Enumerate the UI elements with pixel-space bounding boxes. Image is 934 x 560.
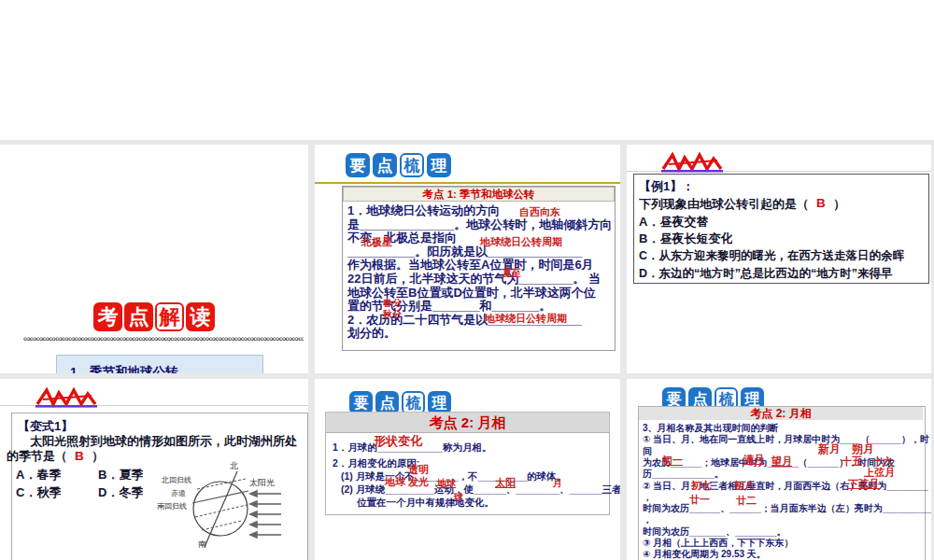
handwritten-answer: 廿二 [736, 496, 757, 506]
option-a: A．昼夜交替 [639, 214, 708, 231]
label-north: 北 [230, 460, 238, 472]
body-line: (2) 月球绕_________运动，使______、________、____… [341, 483, 620, 497]
slide-3-thumbnail[interactable]: 【例1】： 下列现象由地球公转引起的是（ ） B A．昼夜交替 B．昼夜长短变化… [627, 145, 931, 373]
body-line: ② 当日、月、地三者相互垂直时，月面西半边（右）亮时为________ [643, 480, 928, 493]
question-box: 【例1】： 下列现象由地球公转引起的是（ ） B A．昼夜交替 B．昼夜长短变化… [633, 174, 929, 284]
title-badge-inverted: 梳 [400, 153, 424, 177]
red-scribble-logo [34, 386, 99, 409]
body-line: ④ 月相变化周期为 29.53 天。 [643, 548, 766, 560]
topic-list-panel: 1．季节和地球公转 2．月相 3．太阳系与星际航行 [56, 355, 263, 373]
slide-1-thumbnail[interactable]: 考 点 解 读 ∞∞∞∞∞∞∞∞∞∞∞∞∞∞∞∞∞∞∞∞∞∞∞∞∞∞∞∞∞∞∞∞… [0, 145, 308, 373]
title-badge: 理 [427, 153, 451, 177]
question-text: 下列现象由地球公转引起的是（ ） [639, 196, 845, 213]
body-line: 位置在一个月中有规律地变化。 [357, 497, 494, 510]
body-line: 划分的。 [347, 325, 396, 342]
label-tropic-of-cancer: 北回归线 [162, 475, 191, 485]
question-text: 的季节是（ ） [7, 448, 104, 465]
question-box: 【变式1】 太阳光照射到地球的情形如图所示，此时湖州所处 的季节是（ ） B A… [11, 413, 308, 560]
option-b: B．昼夜长短变化 [639, 231, 732, 247]
title-badge: 点 [373, 153, 397, 177]
answer-letter: B [75, 449, 84, 463]
handwritten-answer: 地球 发光 [385, 477, 429, 487]
slide-2-thumbnail[interactable]: 要 点 梳 理 考点 1: 季节和地球公转 1．地球绕日公转运动的方向 是___… [315, 145, 620, 373]
option-b: B．夏季 [98, 467, 143, 483]
handwritten-answer: 满月 [743, 455, 764, 465]
handwritten-answer: 廿一 [689, 495, 710, 505]
title-badge: 读 [186, 302, 215, 331]
handwritten-answer: 地球绕日公转周期 [485, 314, 567, 324]
label-equator: 赤道 [171, 488, 186, 498]
handwritten-answer: 自西向东 [519, 207, 560, 217]
yaodian-shuli-title: 要 点 梳 理 [346, 153, 451, 177]
handwritten-answer: 秋分 [383, 310, 402, 319]
section-heading: 考点 2: 月相 [639, 407, 923, 420]
title-badge: 点 [124, 302, 153, 331]
label-tropic-of-capricorn: 南回归线 [157, 501, 187, 511]
title-badge: 要 [346, 153, 370, 177]
handwritten-answer: 形状变化 [374, 435, 422, 447]
handwritten-answer: 月 [553, 479, 562, 488]
handwritten-answer: 球 [454, 493, 463, 502]
slide-6-thumbnail[interactable]: 要 点 梳 理 考点 2: 月相 3、月相名称及其出现时间的判断 ① 当日、月、… [627, 379, 931, 560]
body-line: ① 当日、月、地在同一直线上时，月球居中时为____（______），时 [643, 433, 929, 446]
handwritten-answer: 透明 [408, 465, 429, 475]
handwritten-answer: 春分 [383, 299, 402, 308]
title-badge-inverted: 解 [155, 302, 184, 331]
answer-letter: B [816, 196, 826, 210]
wave-divider: ∞∞∞∞∞∞∞∞∞∞∞∞∞∞∞∞∞∞∞∞∞∞∞∞∞∞∞∞∞∞∞∞∞∞∞∞∞∞∞∞… [23, 334, 304, 343]
body-line: 时间为农历______、______；当月面东半边（左）亮时为_________… [643, 502, 931, 515]
handwritten-answer: 上弦月 [864, 468, 895, 478]
label-south: 南 [198, 539, 206, 551]
section-heading: 考点 2: 月相 [325, 412, 610, 434]
option-d: D．冬季 [98, 484, 143, 501]
kaodian-jiedu-title: 考 点 解 读 [93, 302, 215, 331]
handwritten-answer: 地球绕日公转周期 [480, 237, 562, 247]
handwritten-answer: 地球 [437, 479, 456, 488]
title-badge: 考 [93, 302, 122, 331]
section-heading: 考点 1: 季节和地球公转 [343, 187, 615, 202]
body-line: 2．月相变化的原因: [333, 457, 419, 470]
handwritten-answer: 新月 [818, 443, 841, 455]
handwritten-answer: 初七 [691, 481, 712, 491]
handwritten-answer: 十五、十六 [842, 456, 893, 467]
label-sunlight: 太阳光 [249, 477, 275, 489]
handwritten-answer: 初一 [662, 455, 683, 466]
sunlight-arrows [250, 491, 281, 538]
content-box: 考点 2: 月相 3、月相名称及其出现时间的判断 ① 当日、月、地在同一直线上时… [638, 406, 926, 560]
red-scribble-logo [659, 151, 725, 174]
example-label: 【例1】： [639, 178, 694, 195]
option-c: C．秋季 [16, 484, 61, 501]
slide-5-thumbnail[interactable]: 要 点 梳 理 考点 2: 月相 1．月球的____________称为月相。 … [315, 379, 620, 560]
handwritten-answer: 下弦月 [848, 479, 879, 489]
handwritten-answer: 朔月 [852, 443, 874, 455]
option-d: D．东边的“地方时”总是比西边的“地方时”来得早 [639, 266, 893, 282]
handwritten-answer: 夏至 [502, 269, 521, 278]
gold-rule [315, 182, 620, 184]
slide-4-thumbnail[interactable]: 【变式1】 太阳光照射到地球的情形如图所示，此时湖州所处 的季节是（ ） B A… [0, 379, 308, 560]
option-c: C．从东方迎来黎明的曙光，在西方送走落日的余晖 [639, 248, 904, 264]
option-a: A．春季 [16, 467, 61, 483]
list-item: 1．季节和地球公转 [70, 364, 178, 373]
content-box: 1．月球的____________称为月相。 2．月相变化的原因: (1) 月球… [325, 432, 610, 515]
handwritten-answer: 太阳 [495, 478, 516, 488]
content-box: 考点 1: 季节和地球公转 1．地球绕日公转运动的方向 是___________… [342, 186, 616, 351]
handwritten-answer: 初八 [734, 481, 755, 491]
handwritten-answer: 望月 [771, 456, 792, 467]
handwritten-answer: 北极星 [361, 237, 392, 247]
